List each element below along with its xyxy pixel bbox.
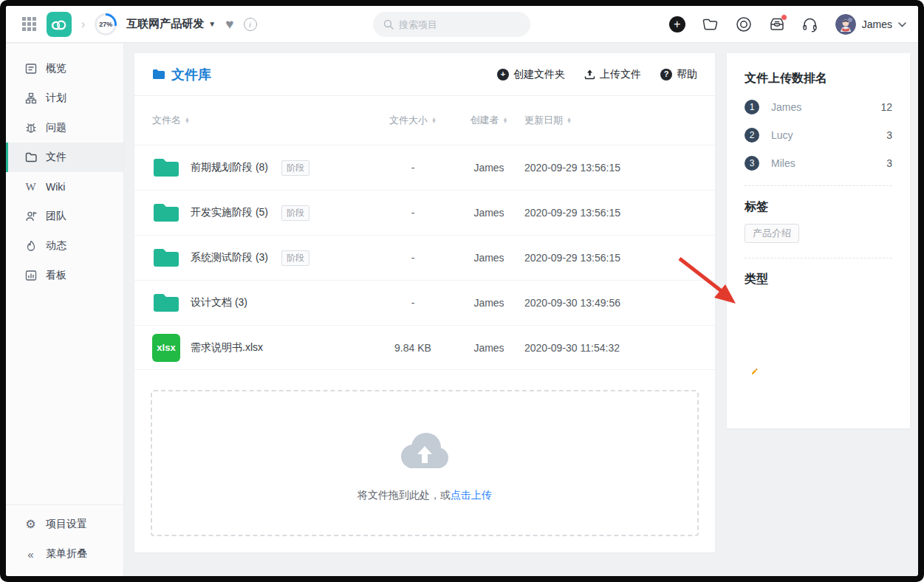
ranking-row: 3 Miles 3: [745, 156, 892, 171]
team-icon: [24, 210, 37, 222]
ranking-title: 文件上传数排名: [745, 71, 892, 86]
sort-header-filesize[interactable]: 文件大小 ▲▼: [372, 114, 454, 127]
file-creator: James: [454, 207, 524, 219]
types-title: 类型: [745, 272, 892, 287]
table-header: 文件名 ▲▼ 文件大小 ▲▼ 创建者 ▲▼ 更新日期 ▲▼: [134, 96, 715, 145]
music-note-icon: [745, 330, 764, 349]
upload-file-button[interactable]: 上传文件: [584, 68, 641, 81]
upload-dropzone[interactable]: 将文件拖到此处，或点击上传: [151, 390, 699, 536]
tag-chip[interactable]: 产品介绍: [745, 224, 799, 243]
breadcrumb-chevron-icon: ›: [81, 18, 85, 31]
file-size: -: [372, 252, 454, 264]
zip-type-icon: [822, 361, 841, 380]
type-filter-all[interactable]: [822, 392, 892, 411]
rank-name: James: [771, 101, 801, 113]
rank-count: 12: [880, 101, 892, 113]
image-type-icon: [745, 299, 764, 318]
file-creator: James: [454, 297, 524, 309]
table-row[interactable]: 系统测试阶段 (3) 阶段 - James 2020-09-29 13:56:1…: [134, 235, 715, 280]
sidebar-label: 团队: [46, 210, 66, 223]
file-updated: 2020-09-30 11:54:32: [524, 342, 685, 354]
stage-tag: 阶段: [281, 160, 309, 176]
project-switcher[interactable]: 互联网产品研发 ▼: [126, 17, 216, 31]
sidebar-item-activity[interactable]: 动态: [6, 231, 123, 261]
ranking-row: 1 James 12: [745, 100, 892, 114]
table-row[interactable]: xlsx 需求说明书.xlsx 9.84 KB James 2020-09-30…: [134, 325, 715, 370]
folder-icon: [152, 247, 180, 269]
ranking-row: 2 Lucy 3: [745, 128, 892, 143]
sort-header-filename[interactable]: 文件名 ▲▼: [152, 114, 372, 127]
click-upload-link[interactable]: 点击上传: [451, 489, 492, 501]
project-progress-value: 27%: [99, 21, 112, 28]
sidebar-item-overview[interactable]: 概览: [6, 54, 123, 83]
app-grid-icon[interactable]: [22, 17, 37, 32]
sidebar-label: Wiki: [46, 181, 65, 193]
file-creator: James: [454, 342, 524, 354]
sidebar-label: 菜单折叠: [46, 547, 87, 561]
table-row[interactable]: 开发实施阶段 (5) 阶段 - James 2020-09-29 13:56:1…: [134, 190, 715, 235]
library-folder-icon: [152, 69, 165, 80]
flame-icon: [24, 240, 37, 252]
projects-folder-icon[interactable]: [702, 16, 719, 32]
project-search[interactable]: [373, 12, 530, 37]
sort-header-creator[interactable]: 创建者 ▲▼: [454, 114, 524, 127]
sort-icon: ▲▼: [503, 117, 508, 123]
inbox-icon[interactable]: [769, 16, 785, 32]
type-filter-audio[interactable]: [745, 330, 822, 349]
folder-icon: [152, 292, 180, 314]
divider: [745, 185, 892, 186]
file-name: 开发实施阶段 (5): [191, 206, 268, 219]
file-updated: 2020-09-29 13:56:15: [524, 252, 685, 264]
sidebar-label: 计划: [46, 92, 66, 105]
create-folder-button[interactable]: + 创建文件夹: [497, 68, 565, 81]
stage-tag: 阶段: [281, 205, 309, 221]
sort-icon: ▲▼: [431, 117, 437, 123]
file-name: 设计文档 (3): [191, 296, 247, 309]
create-plus-button[interactable]: +: [669, 16, 685, 32]
screenshot-frame: › 27% 互联网产品研发 ▼ ♥ i +: [0, 0, 924, 582]
user-name: James: [862, 18, 892, 30]
type-filter-videos[interactable]: [822, 299, 892, 318]
info-icon[interactable]: i: [244, 18, 257, 31]
top-bar: › 27% 互联网产品研发 ▼ ♥ i +: [6, 6, 918, 43]
favorite-heart-icon[interactable]: ♥: [225, 16, 233, 32]
sidebar-item-files[interactable]: 文件: [6, 143, 123, 172]
file-creator: James: [454, 252, 524, 264]
type-filter-images[interactable]: [745, 299, 822, 318]
table-row[interactable]: 设计文档 (3) - James 2020-09-30 13:49:56: [134, 280, 715, 325]
file-updated: 2020-09-30 13:49:56: [524, 297, 685, 309]
type-filter-archives[interactable]: [822, 361, 892, 380]
plan-icon: [24, 92, 37, 104]
overview-icon: [24, 63, 37, 75]
video-type-icon: [822, 299, 841, 318]
help-button[interactable]: ? 帮助: [660, 68, 697, 81]
caret-down-icon: ▼: [208, 20, 216, 28]
cloud-logo[interactable]: [47, 12, 72, 37]
upload-icon: [584, 69, 595, 80]
file-size: -: [372, 162, 454, 174]
table-row[interactable]: 前期规划阶段 (8) 阶段 - James 2020-09-29 13:56:1…: [134, 145, 715, 190]
search-input[interactable]: [399, 19, 520, 30]
user-menu[interactable]: James: [835, 14, 906, 35]
file-updated: 2020-09-29 13:56:15: [524, 207, 685, 219]
type-filter-drawings[interactable]: [745, 361, 822, 380]
user-caret-icon: [898, 22, 906, 27]
sidebar-label: 动态: [46, 239, 66, 253]
sort-header-updated[interactable]: 更新日期 ▲▼: [524, 114, 685, 127]
avatar[interactable]: [835, 14, 856, 35]
sidebar-item-collapse-menu[interactable]: « 菜单折叠: [6, 539, 123, 569]
help-center-icon[interactable]: [736, 16, 752, 32]
sidebar-item-project-settings[interactable]: ⚙ 项目设置: [6, 510, 123, 539]
sidebar-item-issues[interactable]: 问题: [6, 113, 123, 143]
type-filter-other[interactable]: [745, 392, 822, 411]
headset-icon[interactable]: [802, 16, 818, 32]
sidebar-item-board[interactable]: 看板: [6, 261, 123, 290]
sidebar-item-plan[interactable]: 计划: [6, 83, 123, 113]
sidebar-item-wiki[interactable]: W Wiki: [6, 172, 123, 202]
file-size: 9.84 KB: [372, 342, 454, 354]
type-filter-documents[interactable]: [822, 330, 892, 349]
sidebar-item-team[interactable]: 团队: [6, 202, 123, 231]
notification-badge: [781, 15, 787, 20]
folder-icon: [152, 202, 180, 224]
sidebar: 概览 计划 问题 文件 W Wiki 团队: [6, 44, 124, 576]
